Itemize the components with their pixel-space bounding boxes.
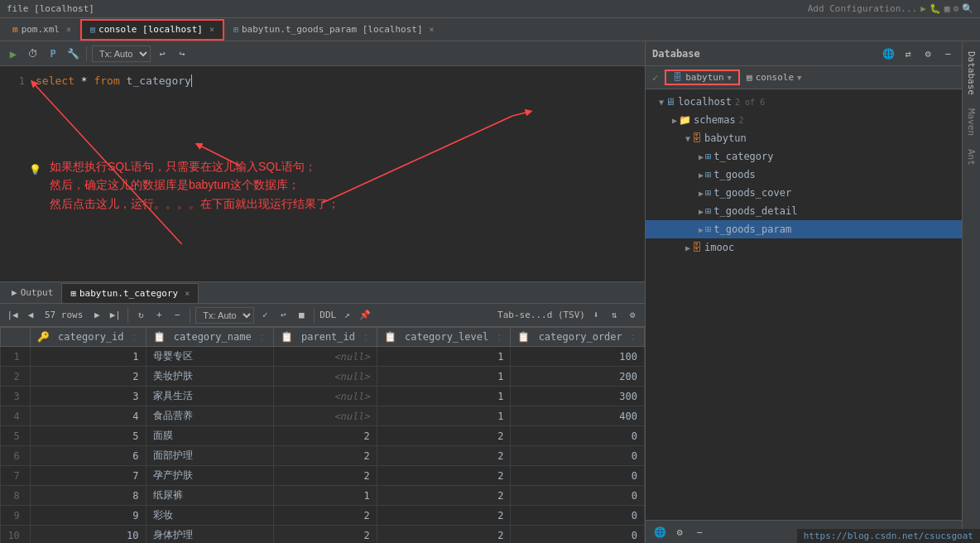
vtab-maven[interactable]: Maven bbox=[964, 102, 978, 142]
tree-item-tcategory[interactable]: ▶ ⊞ t_category bbox=[646, 147, 962, 166]
toolbar-redo[interactable]: ↪ bbox=[174, 46, 190, 62]
cell-name: 母婴专区 bbox=[146, 347, 273, 367]
table-row: 10 10 身体护理 2 2 0 bbox=[1, 526, 645, 544]
tab-category[interactable]: ⊞ babytun.t_category × bbox=[61, 283, 199, 303]
db-table-icon: ⊞ bbox=[233, 25, 238, 34]
col-order-icon: 📋 bbox=[517, 331, 530, 343]
conn-console-dropdown[interactable]: ▤ console ▼ bbox=[747, 72, 801, 83]
last-page-btn[interactable]: ▶| bbox=[108, 308, 122, 323]
col-level-sort[interactable]: : bbox=[496, 331, 502, 343]
first-page-btn[interactable]: |◀ bbox=[5, 308, 20, 323]
tree-tgoods-label: t_goods bbox=[713, 169, 756, 180]
cell-parent-id: 2 bbox=[273, 506, 377, 526]
col-header-order[interactable]: 📋 category_order : bbox=[511, 328, 645, 347]
tab-goods-param-close[interactable]: × bbox=[430, 25, 435, 34]
add-row-btn[interactable]: + bbox=[151, 308, 166, 323]
col-header-parent[interactable]: 📋 parent_id : bbox=[273, 328, 377, 347]
tab-sep-info: Tab-se...d (TSV) bbox=[497, 310, 585, 320]
refresh-btn[interactable]: ↻ bbox=[133, 308, 148, 323]
settings-icon[interactable]: ⚙ bbox=[953, 3, 958, 14]
tab-pom-close[interactable]: × bbox=[66, 25, 71, 34]
prev-page-btn[interactable]: ◀ bbox=[23, 308, 38, 323]
db-bottom-settings[interactable]: ⚙ bbox=[672, 525, 687, 540]
vtab-database[interactable]: Database bbox=[964, 45, 978, 102]
cell-id: 6 bbox=[30, 446, 146, 466]
db-bottom-minus[interactable]: − bbox=[692, 525, 707, 540]
next-page-btn[interactable]: ▶ bbox=[89, 308, 104, 323]
tree-item-tgoods-cover[interactable]: ▶ ⊞ t_goods_cover bbox=[646, 184, 962, 202]
tree-item-imooc[interactable]: ▶ 🗄 imooc bbox=[646, 238, 962, 257]
cell-level: 2 bbox=[377, 486, 511, 506]
conn-console-arrow[interactable]: ▼ bbox=[797, 74, 801, 82]
col-id-sort[interactable]: : bbox=[132, 331, 137, 343]
editor-content[interactable]: select * from t_category bbox=[36, 73, 638, 89]
run-button[interactable]: ▶ bbox=[5, 46, 22, 62]
tab-console[interactable]: ▤ console [localhost] × bbox=[80, 19, 224, 41]
tx-auto-select[interactable]: Tx: Auto bbox=[92, 46, 151, 62]
sort-btn[interactable]: ⇅ bbox=[607, 308, 622, 323]
col-name-sort[interactable]: : bbox=[259, 331, 265, 343]
clock-button[interactable]: ⏱ bbox=[25, 46, 41, 62]
remove-row-btn[interactable]: − bbox=[170, 308, 185, 323]
p-button[interactable]: P bbox=[45, 46, 61, 62]
results-table: 🔑 category_id : 📋 category_name : bbox=[0, 327, 645, 543]
tab-console-close[interactable]: × bbox=[209, 25, 214, 34]
tab-pom-label: pom.xml bbox=[22, 24, 60, 35]
tree-item-schemas[interactable]: ▶ 📁 schemas 2 bbox=[646, 111, 962, 129]
tree-item-tgoods[interactable]: ▶ ⊞ t_goods bbox=[646, 166, 962, 184]
search-icon[interactable]: 🔍 bbox=[962, 3, 973, 14]
download-btn[interactable]: ⬇ bbox=[588, 308, 603, 323]
tree-schemas-count: 2 bbox=[739, 116, 744, 125]
editor-area[interactable]: 1 select * from t_category 💡 如果想执行SQL语句，… bbox=[0, 66, 645, 281]
results-sep-2 bbox=[190, 308, 190, 323]
category-tab-close[interactable]: × bbox=[185, 289, 190, 298]
col-header-level[interactable]: 📋 category_level : bbox=[377, 328, 511, 347]
coverage-icon[interactable]: ▦ bbox=[944, 3, 950, 14]
col-header-name[interactable]: 📋 category_name : bbox=[146, 328, 273, 347]
annotation-line1: 如果想执行SQL语句，只需要在这儿输入SQL语句； bbox=[50, 157, 339, 175]
db-settings-btn[interactable]: ⚙ bbox=[920, 46, 935, 61]
tree-item-babytun[interactable]: ▼ 🗄 babytun bbox=[646, 129, 962, 147]
results-commit[interactable]: ✓ bbox=[257, 308, 272, 323]
debug-icon[interactable]: 🐛 bbox=[930, 3, 941, 14]
vtab-ant[interactable]: Ant bbox=[964, 142, 978, 172]
tree-arrow-tcategory: ▶ bbox=[699, 152, 704, 161]
results-settings-btn[interactable]: ⚙ bbox=[625, 308, 640, 323]
table-row: 1 1 母婴专区 <null> 1 100 bbox=[1, 347, 645, 367]
add-config-btn[interactable]: Add Configuration... bbox=[808, 3, 917, 14]
cell-level: 2 bbox=[377, 526, 511, 544]
rows-info: 57 rows bbox=[45, 310, 83, 320]
tree-arrow-imooc: ▶ bbox=[685, 243, 690, 252]
col-header-id[interactable]: 🔑 category_id : bbox=[30, 328, 146, 347]
tab-goods-param-label: babytun.t_goods_param [localhost] bbox=[242, 24, 423, 35]
tree-arrow-tgoods-cover: ▶ bbox=[699, 189, 704, 198]
tab-output[interactable]: ▶ Output bbox=[3, 283, 61, 303]
results-stop[interactable]: ■ bbox=[294, 308, 309, 323]
tab-goods-param[interactable]: ⊞ babytun.t_goods_param [localhost] × bbox=[224, 19, 444, 41]
db-globe-btn[interactable]: 🌐 bbox=[881, 46, 896, 61]
tree-item-localhost[interactable]: ▼ 🖥 localhost 2 of 6 bbox=[646, 93, 962, 111]
conn-dropdown-arrow[interactable]: ▼ bbox=[728, 74, 732, 82]
play-icon[interactable]: ▶ bbox=[920, 3, 926, 14]
wrench-button[interactable]: 🔧 bbox=[65, 46, 81, 62]
tab-pom[interactable]: m pom.xml × bbox=[3, 19, 80, 41]
conn-selector: ✓ 🗄 babytun ▼ ▤ console ▼ bbox=[646, 66, 962, 89]
col-order-sort[interactable]: : bbox=[630, 331, 636, 343]
ddl-export-btn[interactable]: ↗ bbox=[339, 308, 354, 323]
col-parent-sort[interactable]: : bbox=[363, 331, 368, 343]
tree-item-tgoods-param[interactable]: ▶ ⊞ t_goods_param bbox=[646, 220, 962, 238]
results-tx-select[interactable]: Tx: Auto bbox=[195, 307, 254, 324]
db-minus-btn[interactable]: − bbox=[940, 46, 955, 61]
db-sync-btn[interactable]: ⇄ bbox=[901, 46, 915, 61]
results-header-row: 🔑 category_id : 📋 category_name : bbox=[1, 328, 645, 347]
tree-localhost-count: 2 of 6 bbox=[735, 98, 765, 107]
db-bottom-globe[interactable]: 🌐 bbox=[652, 525, 667, 540]
tree-tgoods-detail-label: t_goods_detail bbox=[713, 205, 797, 217]
cell-parent-id: <null> bbox=[273, 387, 377, 406]
pin-btn[interactable]: 📌 bbox=[358, 308, 372, 323]
tree-item-tgoods-detail[interactable]: ▶ ⊞ t_goods_detail bbox=[646, 202, 962, 220]
conn-badge[interactable]: 🗄 babytun ▼ bbox=[665, 70, 740, 85]
results-tabs: ▶ Output ⊞ babytun.t_category × bbox=[0, 282, 645, 304]
toolbar-undo[interactable]: ↩ bbox=[154, 46, 171, 62]
results-rollback[interactable]: ↩ bbox=[276, 308, 291, 323]
